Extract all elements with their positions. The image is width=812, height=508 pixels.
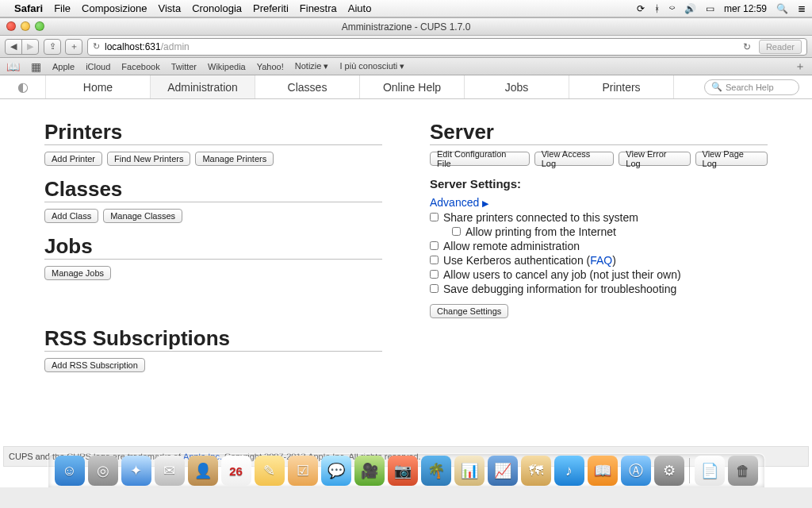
dock-contacts[interactable]: 👤	[188, 456, 218, 486]
reload-stop-icon[interactable]: ↻	[93, 41, 100, 52]
opt-kerberos-checkbox[interactable]	[430, 256, 439, 264]
notifications-icon[interactable]: ≣	[798, 3, 806, 14]
faq-link[interactable]: FAQ	[590, 254, 612, 267]
safari-window: Amministrazione - CUPS 1.7.0 ◀ ▶ ⇪ ＋ ↻ l…	[0, 17, 812, 487]
bookmark-twitter[interactable]: Twitter	[171, 62, 197, 71]
dock-ibooks[interactable]: 📖	[588, 456, 618, 486]
tab-online-help[interactable]: Online Help	[360, 75, 465, 98]
dock: ☺◎✦✉👤26✎☑💬🎥📷🌴📊📈🗺♪📖Ⓐ⚙📄🗑	[0, 454, 812, 487]
dock-appstore[interactable]: Ⓐ	[621, 456, 651, 486]
dock-reminders[interactable]: ☑	[288, 456, 318, 486]
add-printer-button[interactable]: Add Printer	[44, 152, 102, 166]
topsites-icon[interactable]: ▦	[31, 60, 41, 73]
dock-separator	[689, 458, 690, 483]
back-button[interactable]: ◀	[5, 39, 22, 55]
opt-share-printers: Share printers connected to this system	[430, 210, 768, 225]
manage-printers-button[interactable]: Manage Printers	[195, 152, 274, 166]
find-new-printers-button[interactable]: Find New Printers	[107, 152, 190, 166]
tab-jobs[interactable]: Jobs	[465, 75, 569, 98]
right-column: Server Edit Configuration File View Acce…	[430, 120, 768, 450]
bookmarks-bar: 📖 ▦ Apple iCloud Facebook Twitter Wikipe…	[0, 58, 812, 75]
spotlight-icon[interactable]: 🔍	[776, 3, 788, 14]
add-class-button[interactable]: Add Class	[44, 209, 98, 223]
chevron-right-icon: ▶	[482, 198, 488, 208]
dock-mail[interactable]: ✉	[155, 456, 185, 486]
tab-printers[interactable]: Printers	[569, 75, 674, 98]
opt-remote-admin-checkbox[interactable]	[430, 241, 439, 250]
bookmark-yahoo[interactable]: Yahoo!	[257, 62, 284, 71]
menu-vista[interactable]: Vista	[158, 2, 181, 14]
reader-button[interactable]: Reader	[759, 40, 802, 54]
menu-composizione[interactable]: Composizione	[82, 2, 147, 14]
dock-trash[interactable]: 🗑	[728, 456, 758, 486]
share-button[interactable]: ⇪	[44, 39, 61, 55]
bookmark-icloud[interactable]: iCloud	[86, 62, 110, 71]
bookmark-apple[interactable]: Apple	[52, 62, 75, 71]
change-settings-button[interactable]: Change Settings	[430, 304, 508, 318]
clock[interactable]: mer 12:59	[724, 3, 767, 14]
opt-share-printers-checkbox[interactable]	[430, 213, 439, 221]
bluetooth-icon[interactable]: ᚼ	[654, 3, 660, 14]
menu-cronologia[interactable]: Cronologia	[192, 2, 242, 14]
add-tab-icon[interactable]: ＋	[795, 60, 806, 74]
manage-jobs-button[interactable]: Manage Jobs	[44, 266, 111, 280]
menu-finestra[interactable]: Finestra	[300, 2, 337, 14]
bookmark-notizie[interactable]: Notizie ▾	[295, 61, 329, 71]
dock-photobooth[interactable]: 📷	[388, 456, 418, 486]
view-access-log-button[interactable]: View Access Log	[534, 152, 615, 166]
dock-inner: ☺◎✦✉👤26✎☑💬🎥📷🌴📊📈🗺♪📖Ⓐ⚙📄🗑	[48, 453, 765, 487]
dock-finder[interactable]: ☺	[55, 456, 85, 486]
dock-itunes[interactable]: ♪	[554, 456, 584, 486]
dock-maps[interactable]: 🗺	[521, 456, 551, 486]
server-heading: Server	[430, 120, 768, 145]
dock-messages[interactable]: 💬	[321, 456, 351, 486]
url-bar[interactable]: ↻ localhost:631/admin ↻ Reader	[87, 38, 807, 56]
dock-launchpad[interactable]: ◎	[88, 456, 118, 486]
manage-classes-button[interactable]: Manage Classes	[103, 209, 182, 223]
opt-allow-internet-checkbox[interactable]	[452, 227, 461, 236]
menu-file[interactable]: File	[54, 2, 71, 14]
dock-notes[interactable]: ✎	[255, 456, 285, 486]
dock-safari[interactable]: ✦	[121, 456, 151, 486]
zoom-icon[interactable]	[35, 21, 44, 31]
view-page-log-button[interactable]: View Page Log	[695, 152, 768, 166]
dock-document[interactable]: 📄	[695, 456, 725, 486]
menu-preferiti[interactable]: Preferiti	[253, 2, 289, 14]
cups-nav: ◐ Home Administration Classes Online Hel…	[0, 75, 812, 99]
opt-remote-admin: Allow remote administration	[430, 239, 768, 253]
wifi-icon[interactable]: ⌔	[669, 3, 675, 14]
tab-classes[interactable]: Classes	[255, 75, 360, 98]
forward-button[interactable]: ▶	[21, 39, 39, 55]
app-name[interactable]: Safari	[14, 2, 43, 14]
bookmarks-icon[interactable]: 📖	[6, 60, 20, 73]
close-icon[interactable]	[6, 21, 16, 31]
edit-config-file-button[interactable]: Edit Configuration File	[430, 152, 530, 166]
refresh-icon[interactable]: ↻	[743, 41, 751, 52]
add-bookmark-button[interactable]: ＋	[65, 39, 82, 55]
tab-administration[interactable]: Administration	[151, 75, 255, 98]
add-rss-subscription-button[interactable]: Add RSS Subscription	[44, 358, 145, 372]
view-error-log-button[interactable]: View Error Log	[619, 152, 690, 166]
opt-save-debug-checkbox[interactable]	[430, 284, 439, 293]
server-settings-heading: Server Settings:	[430, 177, 768, 190]
opt-cancel-any-job-checkbox[interactable]	[430, 270, 439, 279]
menu-aiuto[interactable]: Aiuto	[348, 2, 372, 14]
bookmark-facebook[interactable]: Facebook	[121, 62, 159, 71]
dock-calendar[interactable]: 26	[221, 456, 251, 486]
dock-sysprefs[interactable]: ⚙	[654, 456, 684, 486]
dock-keynote[interactable]: 📈	[488, 456, 518, 486]
minimize-icon[interactable]	[21, 21, 30, 31]
timemachine-icon[interactable]: ⟳	[637, 3, 645, 14]
volume-icon[interactable]: 🔊	[684, 3, 696, 14]
tab-home[interactable]: Home	[46, 75, 151, 98]
dock-facetime[interactable]: 🎥	[354, 456, 385, 486]
dock-numbers[interactable]: 📊	[454, 456, 485, 486]
dock-iphoto[interactable]: 🌴	[421, 456, 451, 486]
cups-logo-icon[interactable]: ◐	[0, 75, 46, 98]
window-title: Amministrazione - CUPS 1.7.0	[342, 21, 471, 33]
bookmark-piu-conosciuti[interactable]: I più conosciuti ▾	[339, 61, 404, 71]
bookmark-wikipedia[interactable]: Wikipedia	[208, 62, 246, 71]
battery-icon[interactable]: ▭	[706, 3, 714, 14]
search-help-input[interactable]: 🔍 Search Help	[704, 79, 799, 95]
advanced-link[interactable]: Advanced ▶	[430, 196, 488, 209]
